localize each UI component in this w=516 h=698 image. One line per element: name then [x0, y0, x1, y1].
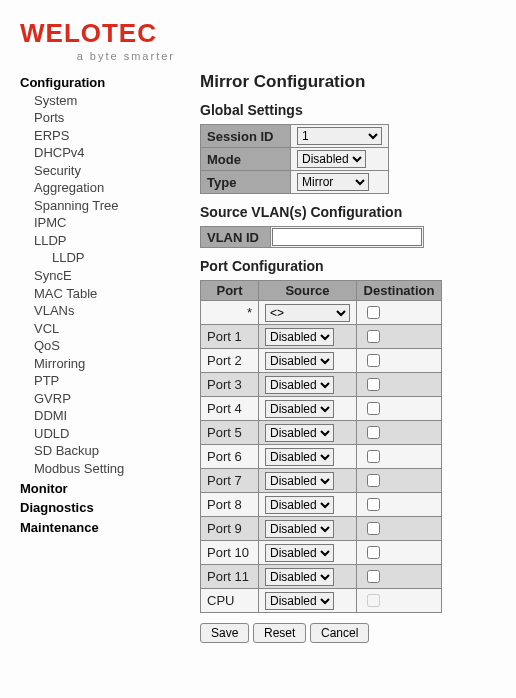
select-source[interactable]: Disabled	[265, 328, 334, 346]
nav-item-vlans[interactable]: VLANs	[20, 302, 170, 320]
cancel-button[interactable]: Cancel	[310, 623, 369, 643]
port-cell: Port 7	[201, 469, 259, 493]
table-row: Port 8Disabled	[201, 493, 442, 517]
section-port: Port Configuration	[200, 258, 496, 274]
svg-text:WELOTEC: WELOTEC	[20, 18, 157, 48]
checkbox-dest[interactable]	[367, 402, 380, 415]
select-source[interactable]: Disabled	[265, 496, 334, 514]
table-row: Port 2Disabled	[201, 349, 442, 373]
select-source[interactable]: Disabled	[265, 544, 334, 562]
select-source[interactable]: Disabled	[265, 376, 334, 394]
select-source[interactable]: Disabled	[265, 424, 334, 442]
select-source[interactable]: Disabled	[265, 352, 334, 370]
nav-heading-diagnostics[interactable]: Diagnostics	[20, 499, 170, 517]
nav-item-security[interactable]: Security	[20, 162, 170, 180]
nav-item-gvrp[interactable]: GVRP	[20, 390, 170, 408]
section-global: Global Settings	[200, 102, 496, 118]
label-type: Type	[201, 171, 291, 194]
button-bar: Save Reset Cancel	[200, 623, 496, 643]
port-cell: Port 6	[201, 445, 259, 469]
table-row: Port 6Disabled	[201, 445, 442, 469]
nav-item-qos[interactable]: QoS	[20, 337, 170, 355]
port-wildcard: *	[201, 301, 259, 325]
nav-item-vcl[interactable]: VCL	[20, 320, 170, 338]
select-source-wildcard[interactable]: <>	[265, 304, 350, 322]
checkbox-dest[interactable]	[367, 546, 380, 559]
checkbox-dest[interactable]	[367, 426, 380, 439]
checkbox-dest[interactable]	[367, 354, 380, 367]
nav-subitem-lldp[interactable]: LLDP	[20, 249, 170, 267]
nav-item-spanning-tree[interactable]: Spanning Tree	[20, 197, 170, 215]
checkbox-dest-wildcard[interactable]	[367, 306, 380, 319]
port-config-table: Port Source Destination *<>Port 1Disable…	[200, 280, 442, 613]
nav-heading-maintenance[interactable]: Maintenance	[20, 519, 170, 537]
select-mode[interactable]: Disabled	[297, 150, 366, 168]
port-cell: CPU	[201, 589, 259, 613]
table-row: Port 3Disabled	[201, 373, 442, 397]
select-source[interactable]: Disabled	[265, 400, 334, 418]
main-content: Mirror Configuration Global Settings Ses…	[200, 72, 496, 643]
input-vlan-id[interactable]	[272, 228, 422, 246]
port-cell: Port 3	[201, 373, 259, 397]
table-row: CPUDisabled	[201, 589, 442, 613]
nav-item-synce[interactable]: SyncE	[20, 267, 170, 285]
checkbox-dest[interactable]	[367, 570, 380, 583]
port-cell: Port 8	[201, 493, 259, 517]
checkbox-dest[interactable]	[367, 378, 380, 391]
select-type[interactable]: Mirror	[297, 173, 369, 191]
nav-item-ipmc[interactable]: IPMC	[20, 214, 170, 232]
select-source[interactable]: Disabled	[265, 592, 334, 610]
brand-tagline: a byte smarter	[0, 50, 175, 62]
select-session-id[interactable]: 1	[297, 127, 382, 145]
checkbox-dest	[367, 594, 380, 607]
nav-item-udld[interactable]: UDLD	[20, 425, 170, 443]
reset-button[interactable]: Reset	[253, 623, 306, 643]
select-source[interactable]: Disabled	[265, 568, 334, 586]
table-row: Port 7Disabled	[201, 469, 442, 493]
nav-item-system[interactable]: System	[20, 92, 170, 110]
table-row: Port 10Disabled	[201, 541, 442, 565]
nav-item-ptp[interactable]: PTP	[20, 372, 170, 390]
section-vlan: Source VLAN(s) Configuration	[200, 204, 496, 220]
nav-item-ports[interactable]: Ports	[20, 109, 170, 127]
nav-heading-configuration[interactable]: Configuration	[20, 74, 170, 92]
nav-item-dhcpv4[interactable]: DHCPv4	[20, 144, 170, 162]
nav-heading-monitor[interactable]: Monitor	[20, 480, 170, 498]
checkbox-dest[interactable]	[367, 474, 380, 487]
table-row: Port 11Disabled	[201, 565, 442, 589]
nav-item-sd-backup[interactable]: SD Backup	[20, 442, 170, 460]
checkbox-dest[interactable]	[367, 522, 380, 535]
col-destination: Destination	[357, 281, 442, 301]
checkbox-dest[interactable]	[367, 498, 380, 511]
port-cell: Port 2	[201, 349, 259, 373]
port-cell: Port 1	[201, 325, 259, 349]
port-cell: Port 11	[201, 565, 259, 589]
table-row: Port 9Disabled	[201, 517, 442, 541]
port-cell: Port 9	[201, 517, 259, 541]
select-source[interactable]: Disabled	[265, 520, 334, 538]
port-cell: Port 10	[201, 541, 259, 565]
checkbox-dest[interactable]	[367, 330, 380, 343]
save-button[interactable]: Save	[200, 623, 249, 643]
nav-item-aggregation[interactable]: Aggregation	[20, 179, 170, 197]
col-port: Port	[201, 281, 259, 301]
nav-item-mac-table[interactable]: MAC Table	[20, 285, 170, 303]
page-title: Mirror Configuration	[200, 72, 496, 92]
table-row: Port 1Disabled	[201, 325, 442, 349]
table-row: Port 5Disabled	[201, 421, 442, 445]
port-cell: Port 4	[201, 397, 259, 421]
sidebar-nav: Configuration SystemPortsERPSDHCPv4Secur…	[20, 72, 170, 643]
nav-item-modbus-setting[interactable]: Modbus Setting	[20, 460, 170, 478]
label-mode: Mode	[201, 148, 291, 171]
nav-item-mirroring[interactable]: Mirroring	[20, 355, 170, 373]
nav-item-lldp[interactable]: LLDP	[20, 232, 170, 250]
nav-item-erps[interactable]: ERPS	[20, 127, 170, 145]
checkbox-dest[interactable]	[367, 450, 380, 463]
vlan-table: VLAN ID	[200, 226, 424, 248]
table-row: Port 4Disabled	[201, 397, 442, 421]
nav-item-ddmi[interactable]: DDMI	[20, 407, 170, 425]
select-source[interactable]: Disabled	[265, 448, 334, 466]
label-vlan-id: VLAN ID	[201, 227, 271, 248]
select-source[interactable]: Disabled	[265, 472, 334, 490]
brand-logo: WELOTEC	[0, 0, 516, 52]
